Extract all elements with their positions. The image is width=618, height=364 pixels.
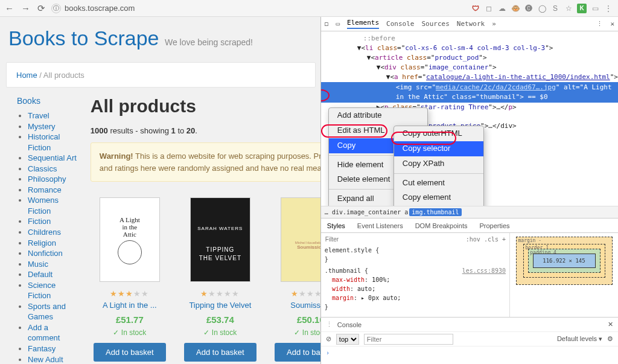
sidebar-category[interactable]: Romance <box>28 185 62 194</box>
sidebar-category[interactable]: Religion <box>28 238 56 247</box>
sidebar-category[interactable]: New Adult <box>28 355 63 364</box>
site-info-icon[interactable]: ⓘ <box>51 4 61 13</box>
ext-icon[interactable]: 🐵 <box>511 4 520 13</box>
sidebar-category[interactable]: Womens Fiction <box>28 196 59 216</box>
tabs-more[interactable]: » <box>492 20 496 28</box>
ublock-icon[interactable]: 🛡 <box>471 4 480 13</box>
extension-tray: 🛡 ◻ ☁ 🐵 🅒 ◯ S ☆ K ▭ ⋮ <box>471 4 613 13</box>
tab-sources[interactable]: Sources <box>421 20 449 28</box>
star-rating: ★★★★★ <box>181 289 260 298</box>
ctx-add-attribute[interactable]: Add attribute <box>329 108 427 123</box>
console-scope-select[interactable]: top <box>336 334 359 345</box>
product-title-link[interactable]: Soumission <box>272 301 320 310</box>
styles-tabs: Styles Event Listeners DOM Breakpoints P… <box>321 218 618 232</box>
ctx-cut-element[interactable]: Cut element <box>394 176 483 191</box>
sidebar-category[interactable]: Travel <box>28 111 49 120</box>
sidebar-category[interactable]: Default <box>28 270 53 279</box>
selected-node[interactable]: <img src="media/cache/2c/da/2cdad67….jpg… <box>321 82 618 103</box>
add-rule-button[interactable]: + <box>502 236 506 243</box>
ext-icon[interactable]: ◯ <box>537 4 547 13</box>
hov-toggle[interactable]: :hov <box>466 236 480 243</box>
tab-styles[interactable]: Styles <box>321 222 351 229</box>
product-title-link[interactable]: A Light in the ... <box>91 301 169 310</box>
clear-console-icon[interactable]: ⊘ <box>326 335 331 343</box>
sidebar-category[interactable]: Historical Fiction <box>28 132 60 152</box>
tab-properties[interactable]: Properties <box>473 222 515 229</box>
sidebar-category[interactable]: Add a comment <box>28 323 60 343</box>
product-card: SARAH WATERSTIPPINGTHE VELVET★★★★★Tippin… <box>181 197 260 362</box>
back-button[interactable]: ← <box>5 3 14 14</box>
add-to-basket-button[interactable]: Add to basket <box>184 343 256 362</box>
styles-filter-input[interactable] <box>325 235 349 243</box>
sidebar-category[interactable]: Science Fiction <box>28 281 56 301</box>
dom-breadcrumb[interactable]: … div.image_container a img.thumbnail <box>321 206 618 218</box>
ext-icon[interactable]: 🅒 <box>524 4 534 13</box>
page-viewport: Books to Scrape We love being scraped! H… <box>0 17 320 364</box>
book-cover[interactable]: SARAH WATERSTIPPINGTHE VELVET <box>190 197 250 282</box>
sidebar-category[interactable]: Childrens <box>28 228 61 237</box>
add-to-basket-button[interactable]: Add to basket <box>94 343 166 362</box>
console-prompt: › <box>326 349 330 357</box>
sidebar-category[interactable]: Mystery <box>28 122 56 131</box>
sidebar-category[interactable]: Nonfiction <box>28 249 63 258</box>
product-title-link[interactable]: Tipping the Velvet <box>181 301 260 310</box>
tab-console[interactable]: Console <box>386 20 414 28</box>
ctx-copy-outerhtml[interactable]: Copy outerHTML <box>394 126 483 141</box>
add-to-basket-button[interactable]: Add to basket <box>275 343 320 362</box>
ext-icon[interactable]: ◻ <box>484 4 494 13</box>
console-levels[interactable]: Default levels ▾ <box>557 335 602 343</box>
sidebar-category[interactable]: Fantasy <box>28 344 56 353</box>
ext-icon[interactable]: S <box>550 4 560 13</box>
ctx-paste-element: Paste element <box>394 205 483 206</box>
devtools-close-icon[interactable]: ✕ <box>610 20 614 28</box>
ext-icon[interactable]: ☁ <box>497 4 507 13</box>
sidebar-category[interactable]: Sports and Games <box>28 302 66 322</box>
product-price: £51.77 <box>91 315 169 325</box>
console-menu-icon[interactable]: ⋮ <box>326 321 333 328</box>
k-badge-icon[interactable]: K <box>577 4 587 13</box>
console-filter-input[interactable] <box>364 334 453 345</box>
styles-pane[interactable]: :hov .cls + element.style { } les.css:89… <box>321 233 509 317</box>
devtools-menu-icon[interactable]: ⋮ <box>596 20 603 28</box>
tab-event-listeners[interactable]: Event Listeners <box>351 222 409 229</box>
elements-tree[interactable]: ::before ▼<li class="col-xs-6 col-sm-4 c… <box>321 31 618 206</box>
warning-banner: Warning! This is a demo website for web … <box>91 142 320 182</box>
sidebar-category[interactable]: Music <box>28 260 48 269</box>
book-cover[interactable]: Michel HouellebecqSoumission <box>281 197 320 282</box>
forward-button[interactable]: → <box>21 3 30 14</box>
sidebar-heading[interactable]: Books <box>17 96 40 106</box>
inspect-icon[interactable]: ◻ <box>325 20 329 28</box>
tab-dom-breakpoints[interactable]: DOM Breakpoints <box>409 222 474 229</box>
console-body[interactable]: › <box>321 346 618 364</box>
ctx-copy-selector[interactable]: Copy selector <box>394 141 483 156</box>
device-icon[interactable]: ▭ <box>336 20 340 28</box>
ctx-copy-xpath[interactable]: Copy XPath <box>394 156 483 171</box>
cls-toggle[interactable]: .cls <box>484 236 499 243</box>
sidebar-category[interactable]: Philosophy <box>28 174 66 184</box>
breadcrumb-home[interactable]: Home <box>16 71 37 80</box>
url-bar[interactable]: ⓘ books.toscrape.com <box>51 4 465 13</box>
site-home-link[interactable]: Books to Scrape <box>8 27 159 49</box>
tab-network[interactable]: Network <box>457 20 485 28</box>
cast-icon[interactable]: ▭ <box>590 4 600 13</box>
stock-badge: In stock <box>272 328 320 337</box>
crumb-selected[interactable]: img.thumbnail <box>409 208 461 216</box>
browser-toolbar: ← → ⟳ ⓘ books.toscrape.com 🛡 ◻ ☁ 🐵 🅒 ◯ S… <box>0 0 618 17</box>
product-card: A Lightin theAttic★★★★★A Light in the ..… <box>91 197 169 362</box>
devtools-tabs: ◻ ▭ Elements Console Sources Network » ⋮… <box>321 17 618 31</box>
sidebar-category[interactable]: Sequential Art <box>28 153 77 162</box>
menu-icon[interactable]: ⋮ <box>604 4 613 13</box>
book-cover[interactable]: A Lightin theAttic <box>100 197 160 282</box>
console-close-icon[interactable]: ✕ <box>608 321 613 328</box>
css-source-link[interactable]: les.css:8930 <box>462 266 506 275</box>
star-rating: ★★★★★ <box>91 289 169 298</box>
tab-elements[interactable]: Elements <box>347 19 379 29</box>
sidebar-category[interactable]: Fiction <box>28 217 51 226</box>
console-settings-icon[interactable]: ⚙ <box>607 335 613 343</box>
context-submenu-copy[interactable]: Copy outerHTML Copy selector Copy XPath … <box>393 126 484 206</box>
product-card: Michel HouellebecqSoumission★★★★★Soumiss… <box>272 197 320 362</box>
sidebar-category[interactable]: Classics <box>28 164 57 173</box>
reload-button[interactable]: ⟳ <box>37 3 45 14</box>
ext-icon[interactable]: ☆ <box>564 4 573 13</box>
ctx-copy-element[interactable]: Copy element <box>394 190 483 205</box>
